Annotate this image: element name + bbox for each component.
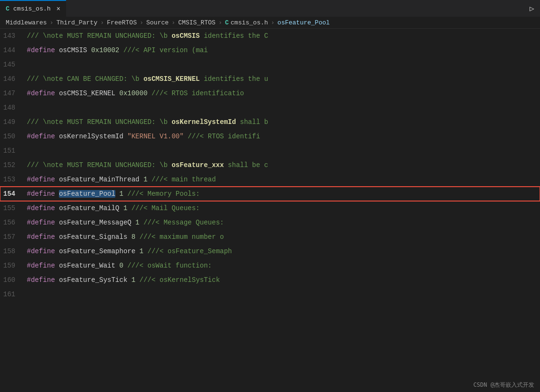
tab-close-button[interactable]: × — [56, 5, 60, 13]
code-line: 160#define osFeature_SysTick 1 ///< osKe… — [0, 273, 540, 287]
line-number: 146 — [0, 72, 23, 86]
code-line: 158#define osFeature_Semaphore 1 ///< os… — [0, 244, 540, 258]
code-line: 143/// \note MUST REMAIN UNCHANGED: \b o… — [0, 29, 540, 43]
line-content: #define osFeature_Semaphore 1 ///< osFea… — [23, 244, 540, 258]
line-number: 152 — [0, 158, 23, 172]
line-number: 158 — [0, 244, 23, 258]
breadcrumb-item-5[interactable]: cmsis_os.h — [231, 19, 268, 26]
line-number: 150 — [0, 129, 23, 144]
line-content: #define osCMSIS_KERNEL 0x10000 ///< RTOS… — [23, 86, 540, 101]
code-editor: 143/// \note MUST REMAIN UNCHANGED: \b o… — [0, 29, 540, 390]
line-number: 159 — [0, 258, 23, 273]
line-number: 160 — [0, 273, 23, 287]
line-content: #define osFeature_Wait 0 ///< osWait fun… — [23, 258, 540, 273]
code-line: 156#define osFeature_MessageQ 1 ///< Mes… — [0, 215, 540, 230]
line-number: 153 — [0, 172, 23, 187]
line-content: #define osKernelSystemId "KERNEL V1.00" … — [23, 129, 540, 144]
line-number: 156 — [0, 215, 23, 230]
line-content: #define osFeature_SysTick 1 ///< osKerne… — [23, 273, 540, 287]
line-content: /// \note MUST REMAIN UNCHANGED: \b osCM… — [23, 29, 540, 43]
code-line: 150#define osKernelSystemId "KERNEL V1.0… — [0, 129, 540, 144]
code-line: 157#define osFeature_Signals 8 ///< maxi… — [0, 230, 540, 244]
c-file-icon: C — [6, 5, 10, 12]
line-number: 157 — [0, 230, 23, 244]
watermark: CSDN @杰哥嵌入式开发 — [473, 381, 534, 389]
line-content: #define osFeature_MessageQ 1 ///< Messag… — [23, 215, 540, 230]
line-content: /// \note CAN BE CHANGED: \b osCMSIS_KER… — [23, 72, 540, 86]
breadcrumb-item-6[interactable]: osFeature_Pool — [278, 19, 330, 26]
code-line: 144#define osCMSIS 0x10002 ///< API vers… — [0, 43, 540, 57]
code-line: 155#define osFeature_MailQ 1 ///< Mail Q… — [0, 201, 540, 215]
line-content: #define osFeature_Pool 1 ///< Memory Poo… — [23, 187, 540, 201]
code-line: 159#define osFeature_Wait 0 ///< osWait … — [0, 258, 540, 273]
line-number: 149 — [0, 115, 23, 129]
breadcrumb-sep-3: › — [171, 19, 175, 26]
code-line: 152/// \note MUST REMAIN UNCHANGED: \b o… — [0, 158, 540, 172]
line-content: /// \note MUST REMAIN UNCHANGED: \b osFe… — [23, 158, 540, 172]
line-number: 151 — [0, 144, 23, 158]
run-button[interactable]: ▷ — [524, 4, 540, 13]
breadcrumb-sep-1: › — [100, 19, 104, 26]
breadcrumb-c-icon: C — [225, 19, 229, 26]
line-content: /// \note MUST REMAIN UNCHANGED: \b osKe… — [23, 115, 540, 129]
line-content: #define osCMSIS 0x10002 ///< API version… — [23, 43, 540, 57]
breadcrumb-item-2[interactable]: FreeRTOS — [107, 19, 136, 26]
line-content: #define osFeature_MailQ 1 ///< Mail Queu… — [23, 201, 540, 215]
breadcrumb-item-0[interactable]: Middlewares — [6, 19, 47, 26]
line-number: 148 — [0, 101, 23, 115]
line-number: 147 — [0, 86, 23, 101]
line-number: 161 — [0, 287, 23, 302]
line-content: #define osFeature_Signals 8 ///< maximum… — [23, 230, 540, 244]
breadcrumb-sep-4: › — [218, 19, 222, 26]
breadcrumb-item-3[interactable]: Source — [146, 19, 169, 26]
line-content: #define osFeature_MainThread 1 ///< main… — [23, 172, 540, 187]
breadcrumb-item-4[interactable]: CMSIS_RTOS — [178, 19, 215, 26]
code-line: 154#define osFeature_Pool 1 ///< Memory … — [0, 187, 540, 201]
code-line: 145 — [0, 57, 540, 72]
breadcrumb-sep-0: › — [50, 19, 54, 26]
code-line: 149/// \note MUST REMAIN UNCHANGED: \b o… — [0, 115, 540, 129]
line-number: 145 — [0, 57, 23, 72]
breadcrumb-sep-5: › — [271, 19, 275, 26]
breadcrumb: Middlewares › Third_Party › FreeRTOS › S… — [0, 17, 540, 29]
line-number: 155 — [0, 201, 23, 215]
line-number: 144 — [0, 43, 23, 57]
line-number: 154 — [0, 187, 23, 201]
code-line: 146/// \note CAN BE CHANGED: \b osCMSIS_… — [0, 72, 540, 86]
code-line: 147#define osCMSIS_KERNEL 0x10000 ///< R… — [0, 86, 540, 101]
tab-filename: cmsis_os.h — [13, 5, 51, 12]
file-tab[interactable]: C cmsis_os.h × — [0, 0, 66, 17]
code-line: 161 — [0, 287, 540, 302]
breadcrumb-item-1[interactable]: Third_Party — [56, 19, 98, 26]
breadcrumb-sep-2: › — [140, 19, 144, 26]
code-line: 153#define osFeature_MainThread 1 ///< m… — [0, 172, 540, 187]
tab-bar: C cmsis_os.h × ▷ — [0, 0, 540, 17]
code-line: 148 — [0, 101, 540, 115]
code-line: 151 — [0, 144, 540, 158]
line-number: 143 — [0, 29, 23, 43]
